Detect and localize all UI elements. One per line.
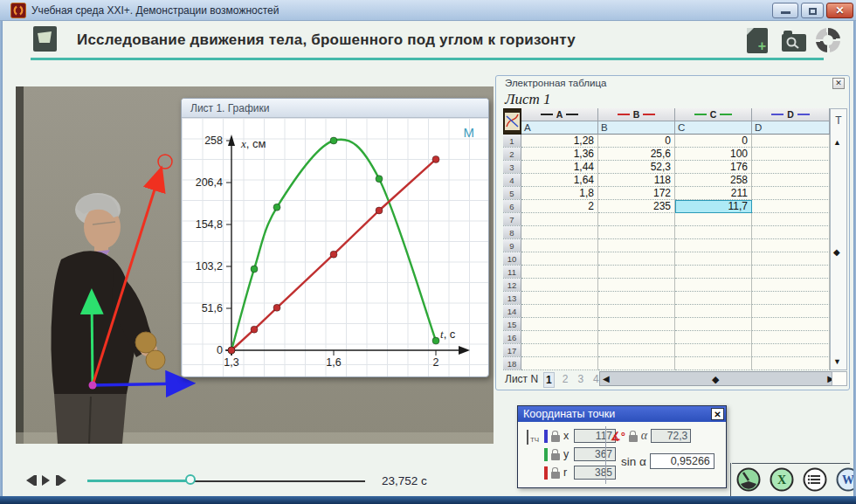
table-cell-C18[interactable] — [675, 357, 752, 370]
table-cell-A9[interactable] — [521, 239, 598, 252]
scroll-down-icon[interactable]: ▼ — [833, 357, 841, 366]
table-cell-B15[interactable] — [598, 318, 675, 331]
column-header-B[interactable]: B — [598, 108, 675, 121]
table-cell-D4[interactable] — [752, 174, 830, 187]
data-point-C[interactable] — [330, 137, 337, 144]
lock-icon[interactable] — [551, 453, 560, 460]
table-cell-B1[interactable]: 0 — [598, 135, 675, 148]
table-cell-A7[interactable] — [521, 213, 598, 226]
table-cell-A10[interactable] — [521, 252, 598, 266]
step-forward-button[interactable] — [56, 475, 66, 486]
table-cell-C4[interactable]: 258 — [675, 174, 752, 187]
row-number[interactable]: 7 — [503, 213, 521, 226]
row-number[interactable]: 5 — [503, 187, 521, 200]
data-point-B[interactable] — [330, 251, 337, 258]
scroll-up-icon[interactable]: ▲ — [833, 138, 841, 147]
table-cell-D16[interactable] — [752, 331, 830, 344]
table-cell-A8[interactable] — [521, 226, 598, 239]
vertical-scrollbar[interactable]: Т ▲ ◆ ▼ — [830, 108, 847, 370]
data-point-C[interactable] — [273, 204, 280, 211]
table-cell-C16[interactable] — [675, 331, 752, 344]
lock-icon[interactable] — [551, 472, 560, 479]
window-titlebar[interactable]: Учебная среда XXI+. Демонстрации возможн… — [0, 0, 856, 21]
step-back-button[interactable] — [26, 475, 37, 486]
table-cell-D18[interactable] — [752, 357, 830, 370]
table-cell-B6[interactable]: 235 — [598, 200, 675, 213]
table-cell-C10[interactable] — [675, 252, 752, 266]
table-cell-D1[interactable] — [752, 135, 830, 148]
table-cell-D12[interactable] — [752, 279, 830, 292]
table-cell-B13[interactable] — [598, 292, 675, 305]
table-cell-B12[interactable] — [598, 279, 675, 292]
chart-plot[interactable]: 051,6103,2154,8206,42581,31,62x, смt, с … — [182, 118, 488, 376]
table-cell-C14[interactable] — [675, 305, 752, 318]
data-point-B[interactable] — [273, 304, 280, 311]
data-point-C[interactable] — [432, 337, 439, 344]
table-cell-D6[interactable] — [752, 200, 830, 213]
row-number[interactable]: 16 — [503, 331, 521, 344]
table-cell-A15[interactable] — [521, 318, 598, 331]
table-cell-D13[interactable] — [752, 292, 830, 305]
table-cell-C11[interactable] — [675, 266, 752, 279]
gauge-icon[interactable] — [736, 467, 761, 492]
table-cell-A5[interactable]: 1,8 — [521, 187, 598, 200]
row-number[interactable]: 1 — [503, 135, 521, 148]
scrollbar-thumb[interactable]: ◆ — [833, 247, 840, 257]
row-number[interactable]: 18 — [503, 357, 521, 370]
spreadsheet-close-icon[interactable]: ✕ — [832, 78, 845, 89]
new-document-icon[interactable]: + — [747, 28, 768, 53]
column-label-C[interactable]: C — [675, 121, 752, 135]
list-icon[interactable] — [803, 467, 827, 492]
row-number[interactable]: 12 — [503, 279, 521, 292]
table-cell-A17[interactable] — [521, 344, 598, 357]
excel-icon[interactable]: X — [770, 467, 794, 492]
table-cell-D10[interactable] — [752, 252, 830, 266]
table-cell-D3[interactable] — [752, 161, 830, 174]
play-button[interactable] — [42, 475, 50, 486]
sheet-tab-3[interactable]: 3 — [576, 372, 585, 388]
data-point-C[interactable] — [376, 176, 383, 183]
table-cell-D11[interactable] — [752, 266, 830, 279]
maximize-button[interactable] — [801, 3, 824, 18]
point-tool-icon[interactable]: ТЧ — [522, 430, 542, 445]
row-number[interactable]: 10 — [503, 252, 521, 266]
column-header-C[interactable]: C — [675, 108, 752, 121]
coord-r-value[interactable]: 385 — [574, 466, 616, 480]
sin-value[interactable]: 0,95266 — [650, 453, 714, 469]
table-cell-A16[interactable] — [521, 331, 598, 344]
table-cell-B11[interactable] — [598, 266, 675, 279]
table-cell-B18[interactable] — [598, 357, 675, 370]
table-cell-A13[interactable] — [521, 292, 598, 305]
slider-thumb[interactable] — [185, 474, 196, 485]
table-cell-D2[interactable] — [752, 148, 830, 161]
table-cell-A4[interactable]: 1,64 — [521, 174, 598, 187]
search-folder-icon[interactable] — [782, 34, 806, 52]
data-point-B[interactable] — [376, 207, 383, 214]
table-cell-B16[interactable] — [598, 331, 675, 344]
close-button[interactable]: ✕ — [826, 3, 853, 18]
table-cell-B10[interactable] — [598, 252, 675, 266]
table-cell-C5[interactable]: 211 — [675, 187, 752, 200]
table-cell-A2[interactable]: 1,36 — [521, 148, 598, 161]
corner-chart-icon[interactable] — [503, 108, 521, 135]
marker-mode-label[interactable]: M — [464, 125, 475, 140]
table-cell-C12[interactable] — [675, 279, 752, 292]
sheet-tab-2[interactable]: 2 — [561, 372, 570, 388]
table-cell-A12[interactable] — [521, 279, 598, 292]
table-cell-D7[interactable] — [752, 213, 830, 226]
scroll-left-icon[interactable]: ◀ — [603, 374, 610, 383]
row-number[interactable]: 13 — [503, 292, 521, 305]
data-point-B[interactable] — [251, 326, 258, 333]
data-point-B[interactable] — [432, 155, 439, 162]
coordinates-close-icon[interactable]: ✕ — [711, 408, 724, 420]
horizontal-scrollbar[interactable]: ◀ ◆ ▶ — [599, 371, 838, 386]
column-label-A[interactable]: A — [521, 121, 598, 135]
row-number[interactable]: 4 — [503, 174, 521, 187]
table-cell-D17[interactable] — [752, 344, 830, 357]
table-cell-C7[interactable] — [675, 213, 752, 226]
data-point-B[interactable] — [228, 347, 235, 354]
table-cell-D15[interactable] — [752, 318, 830, 331]
table-cell-B3[interactable]: 52,3 — [598, 161, 675, 174]
lock-icon[interactable] — [629, 435, 638, 442]
row-number[interactable]: 2 — [503, 148, 521, 161]
